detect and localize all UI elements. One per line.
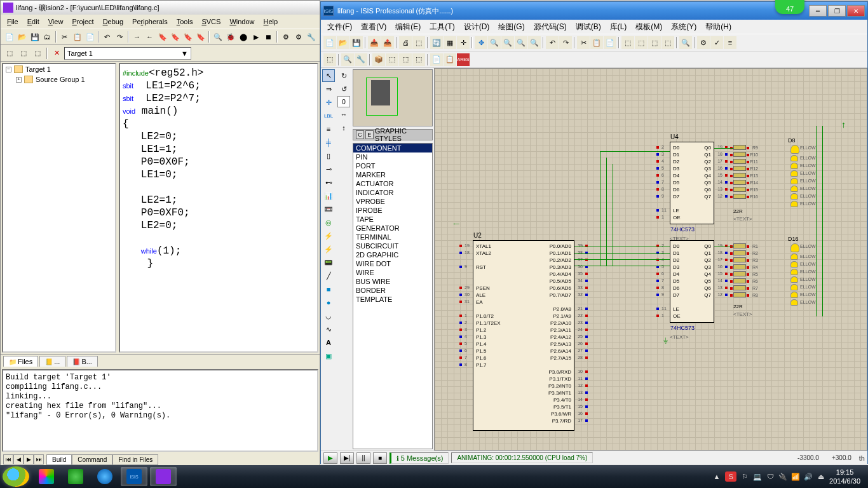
keil-menu-edit[interactable]: Edit xyxy=(24,17,43,27)
proteus-menu-item-9[interactable]: 模板(M) xyxy=(632,20,666,34)
undo-icon[interactable]: ↶ xyxy=(546,36,559,49)
task-keil[interactable] xyxy=(150,467,177,486)
picker-item-component[interactable]: COMPONENT xyxy=(353,144,432,152)
grid-icon[interactable]: ▦ xyxy=(444,36,456,49)
breakpoint-icon[interactable]: ⬤ xyxy=(237,30,249,43)
voltage-probe-icon[interactable]: ⚡ xyxy=(322,229,335,242)
make-device-icon[interactable]: ⬚ xyxy=(399,53,412,66)
build-target-icon[interactable]: ⬚ xyxy=(17,47,30,60)
schematic-canvas[interactable]: U2 XTAL119XTAL218RST9PSEN29ALE30EA31P1.0… xyxy=(434,68,867,451)
close-button[interactable]: ✕ xyxy=(847,5,865,17)
proteus-menu-item-1[interactable]: 查看(V) xyxy=(357,20,390,34)
power-symbol[interactable]: ↑ xyxy=(841,119,846,130)
component-tool-icon[interactable]: ⇒ xyxy=(322,83,335,95)
junction-tool-icon[interactable]: ✛ xyxy=(322,96,335,109)
proteus-menu-item-5[interactable]: 绘图(G) xyxy=(494,20,528,34)
component-u4[interactable]: U4 74HC573 D02D13D24D35D46D57D68D79LE11O… xyxy=(670,142,714,224)
picker-item-subcircuit[interactable]: SUBCIRCUIT xyxy=(353,241,432,250)
build-tab-find[interactable]: Find in Files xyxy=(112,454,158,465)
pan-icon[interactable]: ✥ xyxy=(475,36,487,49)
rotate-cw-icon[interactable]: ↻ xyxy=(337,69,350,82)
zoom-area-icon[interactable]: 🔍 xyxy=(528,36,541,49)
keil-menu-debug[interactable]: Debug xyxy=(99,17,127,27)
run-icon[interactable]: ▶ xyxy=(250,30,262,43)
tray-network-icon[interactable]: 💻 xyxy=(753,472,762,481)
circle-tool-icon[interactable]: ● xyxy=(322,296,335,309)
picker-item-2d-graphic[interactable]: 2D GRAPHIC xyxy=(353,250,432,259)
nav-prev-icon[interactable]: ◀ xyxy=(13,454,24,464)
ground-symbol-2[interactable]: ⟝ xyxy=(454,220,459,227)
picker-list[interactable]: COMPONENTPINPORTMARKERACTUATORINDICATORV… xyxy=(353,143,433,449)
picker-item-vprobe[interactable]: VPROBE xyxy=(353,197,432,206)
sheet-icon[interactable]: 📄 xyxy=(430,53,443,66)
picker-item-actuator[interactable]: ACTUATOR xyxy=(353,179,432,188)
nav-next-icon[interactable]: ▶ xyxy=(24,454,34,464)
start-button[interactable] xyxy=(3,466,29,487)
picker-item-bus-wire[interactable]: BUS WIRE xyxy=(353,277,432,286)
proteus-menu-item-3[interactable]: 工具(T) xyxy=(426,20,458,34)
proteus-menu-item-8[interactable]: 库(L) xyxy=(606,20,631,34)
zoom-in-icon[interactable]: 🔍 xyxy=(488,36,501,49)
label-tool-icon[interactable]: LBL xyxy=(322,109,335,122)
sim-stop-button[interactable]: ■ xyxy=(373,452,387,464)
selection-tool-icon[interactable]: ↖ xyxy=(322,69,335,82)
picker-item-tape[interactable]: TAPE xyxy=(353,215,432,224)
keil-menu-tools[interactable]: Tools xyxy=(173,17,197,27)
tray-volume-icon[interactable]: 🔊 xyxy=(804,472,813,481)
package-icon[interactable]: 📦 xyxy=(372,53,385,66)
build-tab-command[interactable]: Command xyxy=(72,454,112,465)
tab-books[interactable]: 📕 B... xyxy=(67,356,98,367)
block-delete-icon[interactable]: ⬚ xyxy=(661,36,674,49)
paste-icon[interactable]: 📄 xyxy=(604,36,616,49)
save-all-icon[interactable]: 🗂 xyxy=(41,30,53,43)
picker-item-wire-dot[interactable]: WIRE DOT xyxy=(353,259,432,268)
rebuild-all-icon[interactable]: ⬚ xyxy=(31,47,44,60)
text-tool-icon[interactable]: ≡ xyxy=(322,123,335,135)
search-icon[interactable]: 🔍 xyxy=(341,53,354,66)
tray-shield-icon[interactable]: 🛡 xyxy=(766,472,775,481)
component-u2[interactable]: U2 XTAL119XTAL218RST9PSEN29ALE30EA31P1.0… xyxy=(473,240,574,431)
line-tool-icon[interactable]: ╱ xyxy=(322,269,335,282)
terminal-tool-icon[interactable]: ⊸ xyxy=(322,163,335,175)
expand-icon[interactable]: + xyxy=(16,77,22,83)
new-file-icon[interactable]: 📄 xyxy=(3,30,15,43)
tab-files[interactable]: 📁 Files xyxy=(3,356,38,367)
current-probe-icon[interactable]: ⚡ xyxy=(322,243,335,255)
cut-icon[interactable]: ✂ xyxy=(58,30,71,43)
nav-first-icon[interactable]: ⏮ xyxy=(3,454,13,464)
outdent-icon[interactable]: ← xyxy=(144,30,156,43)
project-tree-panel[interactable]: − Target 1 + Source Group 1 xyxy=(2,63,116,353)
keil-menu-svcs[interactable]: SVCS xyxy=(198,17,224,27)
area-icon[interactable]: ⬚ xyxy=(412,36,425,49)
pin-tool-icon[interactable]: ⊷ xyxy=(322,176,335,189)
select-mode-icon[interactable]: ⬚ xyxy=(323,53,336,66)
led-bank-bottom[interactable]: ELLOWELLOWELLOWELLOWELLOWELLOWELLOWELLOW xyxy=(790,243,799,307)
proteus-menu-item-2[interactable]: 编辑(E) xyxy=(391,20,424,34)
resistor-bank-top[interactable]: R9R10R11R12R13R14R15R16 xyxy=(733,145,746,201)
led-bank-top[interactable]: ELLOWELLOWELLOWELLOWELLOWELLOWELLOWELLOW xyxy=(790,145,799,208)
picker-item-port[interactable]: PORT xyxy=(353,161,432,170)
task-app-2[interactable] xyxy=(62,467,89,486)
picker-item-border[interactable]: BORDER xyxy=(353,286,432,295)
task-app-1[interactable] xyxy=(33,467,60,486)
cut-icon[interactable]: ✂ xyxy=(577,36,590,49)
copy-icon[interactable]: 📋 xyxy=(590,36,603,49)
subcircuit-tool-icon[interactable]: ▯ xyxy=(322,149,335,162)
tray-clock[interactable]: 19:15 2014/6/30 xyxy=(829,468,860,485)
picker-item-wire[interactable]: WIRE xyxy=(353,268,432,277)
task-proteus[interactable]: ISIS xyxy=(121,467,147,486)
block-copy-icon[interactable]: ⬚ xyxy=(621,36,634,49)
tree-child[interactable]: + Source Group 1 xyxy=(3,74,115,85)
path-tool-icon[interactable]: ∿ xyxy=(322,323,335,336)
picker-item-pin[interactable]: PIN xyxy=(353,152,432,161)
build-tab-build[interactable]: Build xyxy=(46,454,72,465)
indent-icon[interactable]: → xyxy=(131,30,143,43)
new-icon[interactable]: 📄 xyxy=(323,36,336,49)
overview-panel[interactable] xyxy=(353,69,433,126)
erc-icon[interactable]: ✓ xyxy=(710,36,723,49)
generator-tool-icon[interactable]: ◎ xyxy=(322,216,335,229)
sim-play-button[interactable]: ▶ xyxy=(323,452,337,464)
tray-flag-icon[interactable]: ⚐ xyxy=(740,472,749,481)
task-ie[interactable] xyxy=(92,467,118,486)
design-explorer-icon[interactable]: 📋 xyxy=(444,53,456,66)
